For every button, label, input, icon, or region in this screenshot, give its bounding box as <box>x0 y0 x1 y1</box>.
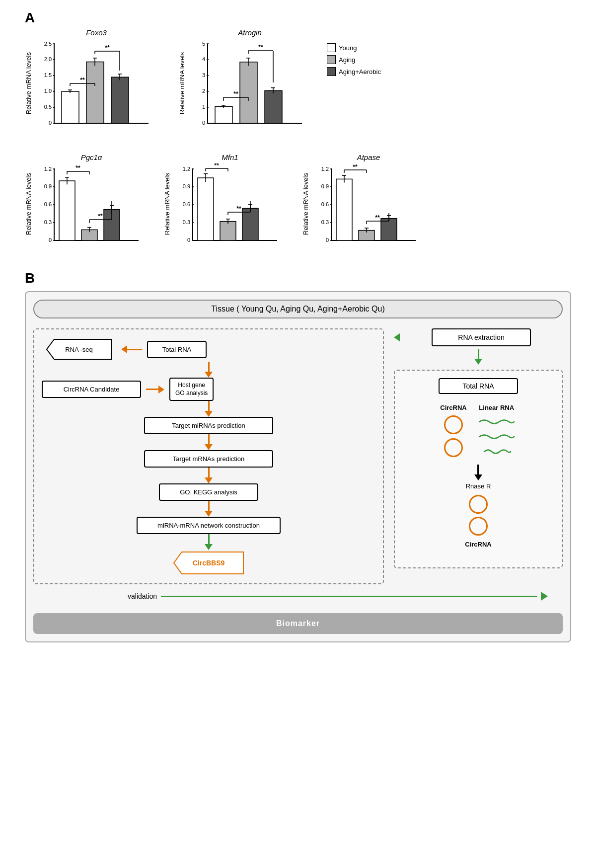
panel-b-label: B <box>25 270 571 286</box>
svg-text:**: ** <box>214 163 219 169</box>
svg-text:0.9: 0.9 <box>183 183 190 189</box>
host-gene-go-box: Host geneGO analysis <box>169 378 214 401</box>
arrow-rna-to-circ <box>171 362 246 378</box>
svg-text:3: 3 <box>202 72 205 78</box>
arrow3 <box>144 468 273 483</box>
rna-extraction-row: RNA extraction <box>394 328 563 346</box>
svg-rect-48 <box>240 62 257 123</box>
svg-rect-51 <box>265 90 282 123</box>
left-flowchart: RNA -seq Total RNA <box>33 328 384 584</box>
atrogin-title: Atrogin <box>188 28 312 37</box>
arrow2 <box>144 434 273 450</box>
svg-text:**: ** <box>105 44 110 51</box>
linear-rna-line-2 <box>477 432 517 441</box>
foxo3-chart-wrapper: Relative mRNA levels Foxo3 0 0.5 1.0 <box>25 28 158 138</box>
flow-inner: RNA -seq Total RNA <box>42 337 375 576</box>
circrna-row: CircRNA Candidate Host geneGO analysis <box>42 378 375 401</box>
validation-label: validation <box>128 592 157 600</box>
legend-young-box <box>327 43 336 52</box>
svg-text:**: ** <box>375 214 380 221</box>
panel-a: Relative mRNA levels Foxo3 0 0.5 1.0 <box>25 28 571 255</box>
legend-aging-box <box>327 55 336 64</box>
circrna-after-1 <box>469 495 488 514</box>
atrogin-chart-wrapper: Relative mRNA levels Atrogin 0 1 2 3 <box>178 28 312 138</box>
rnase-section: Rnase R <box>466 465 491 490</box>
mfn1-chart: 0 0.3 0.6 0.9 1.2 <box>173 163 287 255</box>
panel-b-content: RNA -seq Total RNA <box>33 328 563 584</box>
svg-rect-45 <box>215 106 232 123</box>
panel-b: Tissue ( Young Qu, Aging Qu, Aging+Aerob… <box>25 291 571 642</box>
svg-text:0.3: 0.3 <box>44 219 52 225</box>
svg-rect-138 <box>381 219 397 240</box>
svg-rect-109 <box>242 208 258 240</box>
svg-text:2.0: 2.0 <box>44 56 52 62</box>
circrna-column: CircRNA <box>440 404 466 457</box>
validation-line <box>161 596 537 597</box>
rna-extraction-box: RNA extraction <box>432 328 531 346</box>
total-rna-left: Total RNA <box>147 341 207 358</box>
svg-text:0: 0 <box>187 237 190 243</box>
validation-row: validation <box>33 587 563 606</box>
svg-rect-74 <box>59 181 75 240</box>
svg-text:0: 0 <box>326 237 329 243</box>
linear-rna-label: Linear RNA <box>479 404 514 411</box>
green-arrow-to-rna-extraction <box>394 333 400 341</box>
svg-text:1.2: 1.2 <box>183 166 190 172</box>
atrogin-y-label: Relative mRNA levels <box>178 28 186 138</box>
circrna-after-rnase: CircRNA <box>465 495 491 548</box>
svg-text:0.6: 0.6 <box>183 201 190 207</box>
right-inner-box: Total RNA CircRNA Linear RNA <box>394 370 563 568</box>
pgc1a-y-label: Relative mRNA levels <box>25 153 32 255</box>
arrow-to-host-gene <box>146 386 164 394</box>
svg-text:0.9: 0.9 <box>44 183 52 189</box>
svg-rect-17 <box>86 62 104 124</box>
svg-text:0: 0 <box>202 120 205 126</box>
rna-seq-diamond: RNA -seq <box>42 337 116 362</box>
target-mirnas-box: Target miRNAs prediction <box>144 417 273 434</box>
atrogin-chart: 0 1 2 3 4 5 <box>188 39 312 138</box>
svg-text:**: ** <box>233 90 238 97</box>
svg-text:**: ** <box>75 164 80 171</box>
legend-aging-label: Aging <box>339 56 355 64</box>
mfn1-y-label: Relative mRNA levels <box>163 153 171 255</box>
svg-text:0.6: 0.6 <box>321 201 329 207</box>
svg-text:1: 1 <box>202 104 205 110</box>
pgc1a-chart-wrapper: Relative mRNA levels Pgc1α 0 0.3 0.6 0.9 <box>25 153 149 255</box>
orange-arrow-left <box>121 345 142 353</box>
svg-text:0: 0 <box>49 120 52 126</box>
rna-diagram: CircRNA Linear RNA <box>402 404 554 457</box>
go-kegg-box: GO, KEGG analysis <box>159 483 258 501</box>
svg-text:0.6: 0.6 <box>44 201 52 207</box>
arrow5-green <box>137 534 281 550</box>
arrow-rna-down <box>394 349 563 365</box>
atpase-chart-wrapper: Relative mRNA levels Atpase 0 0.3 0.6 0.… <box>302 153 426 255</box>
legend-aging-aerobic: Aging+Aerobic <box>327 67 381 76</box>
legend-aging-aerobic-label: Aging+Aerobic <box>339 68 381 76</box>
mfn1-chart-wrapper: Relative mRNA levels Mfn1 0 0.3 0.6 0.9 <box>163 153 287 255</box>
panel-a-label: A <box>25 10 571 26</box>
mfn1-title: Mfn1 <box>173 153 287 161</box>
svg-text:0: 0 <box>49 237 52 243</box>
svg-text:1.5: 1.5 <box>44 72 52 78</box>
tissue-label: Tissue ( Young Qu, Aging Qu, Aging+Aerob… <box>33 300 563 318</box>
legend-young: Young <box>327 43 381 52</box>
svg-text:1.2: 1.2 <box>321 166 329 172</box>
atpase-y-label: Relative mRNA levels <box>302 153 309 255</box>
legend-aging: Aging <box>327 55 381 64</box>
svg-rect-20 <box>111 77 129 123</box>
right-flowchart: RNA extraction Total RNA <box>394 328 563 584</box>
rnase-label: Rnase R <box>466 482 491 490</box>
svg-text:5: 5 <box>202 41 205 47</box>
panel-b-outer: Tissue ( Young Qu, Aging Qu, Aging+Aerob… <box>25 291 571 642</box>
svg-text:**: ** <box>236 205 241 212</box>
svg-text:4: 4 <box>202 56 205 62</box>
circrna-circle-2 <box>444 438 463 457</box>
rna-seq-label: RNA -seq <box>65 346 93 353</box>
svg-rect-103 <box>198 178 214 240</box>
arrow4 <box>159 501 258 517</box>
foxo3-title: Foxo3 <box>34 28 158 37</box>
atpase-title: Atpase <box>311 153 426 161</box>
linear-rna-column: Linear RNA <box>477 404 517 456</box>
atpase-chart: 0 0.3 0.6 0.9 1.2 <box>311 163 426 255</box>
legend-aging-aerobic-box <box>327 67 336 76</box>
